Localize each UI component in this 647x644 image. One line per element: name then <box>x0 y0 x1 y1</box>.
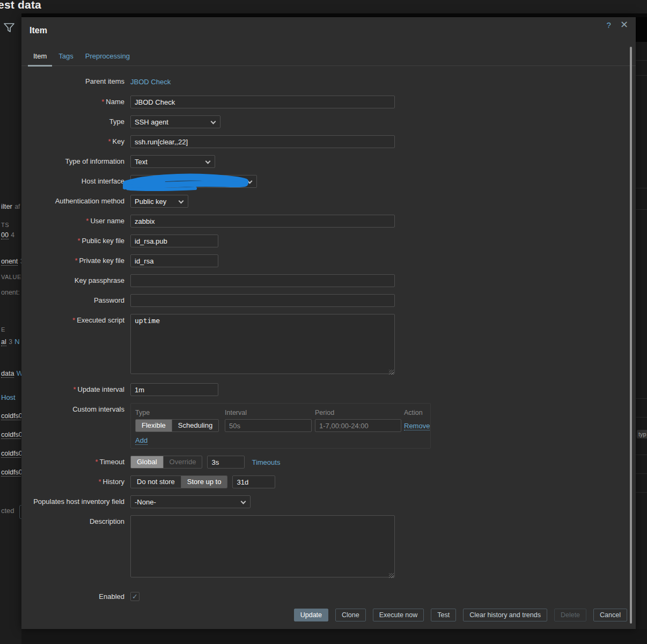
clone-button[interactable]: Clone <box>335 609 366 621</box>
name-label: Name <box>106 98 124 106</box>
modal-scrollbar[interactable] <box>630 47 632 624</box>
row-executed-script: *Executed script <box>21 314 636 376</box>
execute-now-button[interactable]: Execute now <box>373 609 424 621</box>
bg-link[interactable]: al <box>1 338 6 346</box>
chevron-down-icon <box>205 159 211 164</box>
update-interval-input[interactable] <box>130 383 218 396</box>
key-passphrase-label: Key passphrase <box>21 274 124 287</box>
test-button[interactable]: Test <box>431 609 456 621</box>
row-description: Description <box>21 515 636 580</box>
do-not-store-option[interactable]: Do not store <box>131 476 181 488</box>
row-history: *History Do not store Store up to <box>21 475 636 488</box>
required-asterisk: * <box>95 458 98 466</box>
bg-host-link[interactable]: coldfs00 <box>1 469 21 477</box>
row-update-interval: *Update interval <box>21 383 636 396</box>
timeout-global-option[interactable]: Global <box>131 456 163 468</box>
history-input[interactable] <box>232 475 275 488</box>
period-input[interactable] <box>315 419 401 432</box>
update-button[interactable]: Update <box>294 609 328 621</box>
timeouts-link[interactable]: Timeouts <box>252 458 280 466</box>
tab-item[interactable]: Item <box>28 52 52 67</box>
timeout-input[interactable] <box>207 456 245 469</box>
description-textarea[interactable] <box>130 515 395 577</box>
required-asterisk: * <box>86 217 89 225</box>
item-form: Parent items JBOD Check *Name Type SSH a… <box>21 66 636 603</box>
timeout-override-option[interactable]: Override <box>163 456 202 468</box>
column-type: Type <box>135 409 225 416</box>
bg-link[interactable]: W <box>17 369 21 377</box>
clear-history-button[interactable]: Clear history and trends <box>463 609 547 621</box>
host-interface-label: Host interface <box>21 175 124 188</box>
bg-host-column-header[interactable]: Host <box>1 393 16 401</box>
bg-row-divider <box>636 60 647 61</box>
resize-handle-icon[interactable] <box>389 370 394 375</box>
host-inventory-select[interactable]: -None- <box>130 495 251 508</box>
close-icon[interactable]: ✕ <box>620 21 628 29</box>
add-link[interactable]: Add <box>135 436 148 445</box>
bg-row-divider <box>636 188 647 188</box>
key-passphrase-input[interactable] <box>130 274 395 287</box>
bg-host-link[interactable]: coldfs00 <box>1 412 21 420</box>
tab-tags[interactable]: Tags <box>53 52 78 65</box>
private-key-file-input[interactable] <box>130 254 218 267</box>
bg-link[interactable]: onent <box>1 258 18 266</box>
scheduling-option[interactable]: Scheduling <box>172 420 218 431</box>
row-private-key-file: *Private key file <box>21 254 636 267</box>
bg-host-link[interactable]: coldfs00 <box>1 431 21 439</box>
executed-script-label: Executed script <box>77 316 124 324</box>
chevron-down-icon <box>211 119 216 125</box>
type-of-information-select[interactable]: Text <box>130 155 215 168</box>
host-interface-select[interactable] <box>130 175 257 188</box>
bg-host-link[interactable]: coldfs00 <box>1 450 21 458</box>
user-name-input[interactable] <box>130 215 395 228</box>
tab-preprocessing[interactable]: Preprocessing <box>80 52 135 65</box>
interval-input[interactable] <box>225 419 312 432</box>
public-key-file-input[interactable] <box>130 235 218 247</box>
flexible-option[interactable]: Flexible <box>136 420 172 431</box>
bg-link[interactable]: N <box>14 338 19 346</box>
enabled-checkbox[interactable]: ✓ <box>130 592 139 601</box>
cancel-button[interactable]: Cancel <box>593 609 627 621</box>
background-right-column: typ <box>636 17 647 629</box>
history-label: History <box>103 478 124 486</box>
resize-handle-icon[interactable] <box>389 573 394 578</box>
bg-tag-chip[interactable]: typ <box>637 430 647 438</box>
authentication-method-value: Public key <box>135 197 166 206</box>
password-input[interactable] <box>130 294 395 307</box>
row-populates-host-inventory: Populates host inventory field -None- <box>21 495 636 508</box>
delete-button[interactable]: Delete <box>554 609 586 621</box>
remove-link[interactable]: Remove <box>404 422 430 430</box>
row-timeout: *Timeout Global Override Timeouts <box>21 456 636 469</box>
executed-script-textarea[interactable] <box>130 314 395 374</box>
parent-item-link[interactable]: JBOD Check <box>130 78 171 86</box>
bg-fragment-filter: ilter af <box>1 201 20 211</box>
bg-row-divider <box>636 209 647 210</box>
row-authentication-method: Authentication method Public key <box>21 195 636 208</box>
authentication-method-select[interactable]: Public key <box>130 195 188 208</box>
bg-link[interactable]: 00 <box>1 231 9 239</box>
bg-fragment-selected: cted <box>1 507 14 515</box>
bg-row-divider <box>636 492 647 493</box>
tab-bar: Item Tags Preprocessing <box>21 52 636 66</box>
private-key-file-label: Private key file <box>79 257 124 265</box>
history-toggle: Do not store Store up to <box>130 475 227 488</box>
chevron-down-icon <box>179 199 184 204</box>
custom-interval-row: Flexible Scheduling Remove <box>135 419 426 433</box>
bg-fragment-normal: al 3 N <box>1 336 20 346</box>
row-type: Type SSH agent <box>21 115 636 128</box>
type-select[interactable]: SSH agent <box>130 115 220 128</box>
store-up-to-option[interactable]: Store up to <box>181 476 227 488</box>
bg-fragment-count: 00 4 <box>1 230 14 239</box>
row-enabled: Enabled ✓ <box>21 590 636 603</box>
bg-link[interactable]: data <box>1 370 14 378</box>
name-input[interactable] <box>130 96 395 108</box>
key-input[interactable] <box>130 135 395 148</box>
row-password: Password <box>21 294 636 307</box>
type-of-information-label: Type of information <box>21 155 124 168</box>
column-action: Action <box>404 409 426 416</box>
help-icon[interactable]: ? <box>607 20 611 30</box>
bg-row-divider <box>636 398 647 399</box>
filter-icon[interactable] <box>3 21 16 34</box>
host-inventory-value: -None- <box>135 498 156 506</box>
bg-fragment-component2: onent: <box>1 289 20 296</box>
